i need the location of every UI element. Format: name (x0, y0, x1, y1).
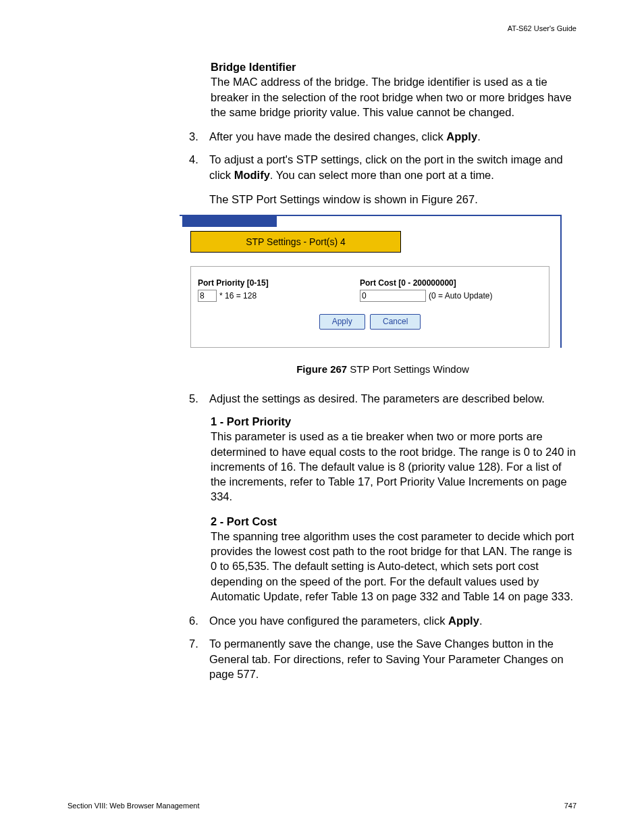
stp-settings-panel: Port Priority [0-15] * 16 = 128 Port Cos… (190, 266, 549, 347)
figure-caption: Figure 267 STP Port Settings Window (189, 363, 576, 376)
step-4-num: 4. (189, 152, 209, 207)
cancel-button[interactable]: Cancel (370, 314, 421, 329)
figure-267: STP Settings - Port(s) 4 Port Priority [… (180, 215, 576, 347)
apply-button[interactable]: Apply (319, 314, 365, 329)
footer-page: 747 (564, 802, 576, 810)
step-6-apply: Apply (448, 615, 479, 627)
port-cost-title: 2 - Port Cost (211, 514, 576, 529)
figure-caption-bold: Figure 267 (296, 363, 347, 375)
step-3-num: 3. (189, 129, 209, 144)
step-6-num: 6. (189, 613, 209, 628)
port-priority-label: Port Priority [0-15] (198, 278, 360, 288)
step-5-num: 5. (189, 391, 209, 406)
step-7-num: 7. (189, 636, 209, 681)
step-4-note: The STP Port Settings window is shown in… (209, 192, 576, 207)
figure-caption-rest: STP Port Settings Window (347, 363, 469, 375)
step-4-text-c: . You can select more than one port at a… (270, 169, 494, 181)
port-priority-title: 1 - Port Priority (211, 414, 576, 429)
step-3-apply: Apply (446, 130, 477, 142)
step-5-text: Adjust the settings as desired. The para… (209, 391, 576, 406)
step-3-text-a: After you have made the desired changes,… (209, 130, 446, 142)
header-guide: AT-S62 User's Guide (68, 24, 576, 32)
port-cost-label: Port Cost [0 - 200000000] (360, 278, 522, 288)
step-4-modify: Modify (234, 169, 270, 181)
step-6-text-a: Once you have configured the parameters,… (209, 615, 448, 627)
bridge-identifier-title: Bridge Identifier (211, 59, 576, 74)
step-7-text: To permanently save the change, use the … (209, 636, 576, 681)
footer-section: Section VIII: Web Browser Management (68, 802, 199, 810)
bridge-identifier-body: The MAC address of the bridge. The bridg… (211, 74, 576, 120)
stp-settings-title: STP Settings - Port(s) 4 (246, 236, 346, 249)
port-cost-input[interactable] (360, 290, 426, 302)
port-priority-body: This parameter is used as a tie breaker … (211, 429, 576, 504)
window-tab (182, 216, 277, 227)
step-3-text-c: . (477, 130, 481, 142)
port-priority-note: * 16 = 128 (219, 290, 257, 301)
port-cost-note: (0 = Auto Update) (429, 290, 492, 301)
step-6-text-c: . (479, 615, 483, 627)
stp-settings-title-bar: STP Settings - Port(s) 4 (190, 231, 401, 253)
port-cost-body: The spanning tree algorithm uses the cos… (211, 529, 576, 604)
port-priority-input[interactable] (198, 290, 217, 302)
